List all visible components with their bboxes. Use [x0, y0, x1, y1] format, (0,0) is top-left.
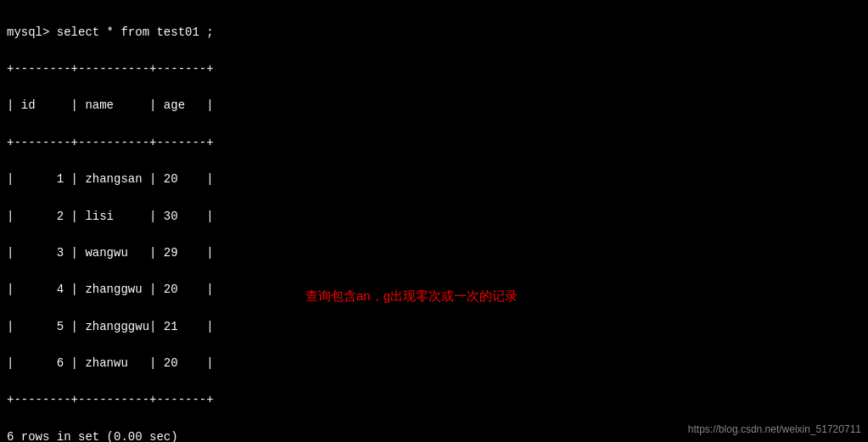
line-12: 6 rows in set (0.00 sec) [7, 430, 178, 442]
line-2: +--------+----------+-------+ [7, 62, 214, 76]
line-1: mysql> select * from test01 ; [7, 25, 214, 39]
line-11: +--------+----------+-------+ [7, 393, 214, 406]
line-8: | 4 | zhanggwu | 20 | [7, 283, 214, 296]
line-6: | 2 | lisi | 30 | [7, 210, 214, 223]
line-9: | 5 | zhangggwu| 21 | [7, 320, 214, 333]
annotation-text: 查询包含an，g出现零次或一次的记录 [305, 288, 518, 305]
line-10: | 6 | zhanwu | 20 | [7, 356, 214, 370]
watermark: https://blog.csdn.net/weixin_51720711 [688, 423, 861, 435]
line-4: +--------+----------+-------+ [7, 136, 214, 149]
terminal-window: mysql> select * from test01 ; +--------+… [0, 0, 868, 442]
line-3: | id | name | age | [7, 98, 214, 112]
line-5: | 1 | zhangsan | 20 | [7, 172, 214, 186]
line-7: | 3 | wangwu | 29 | [7, 246, 214, 260]
